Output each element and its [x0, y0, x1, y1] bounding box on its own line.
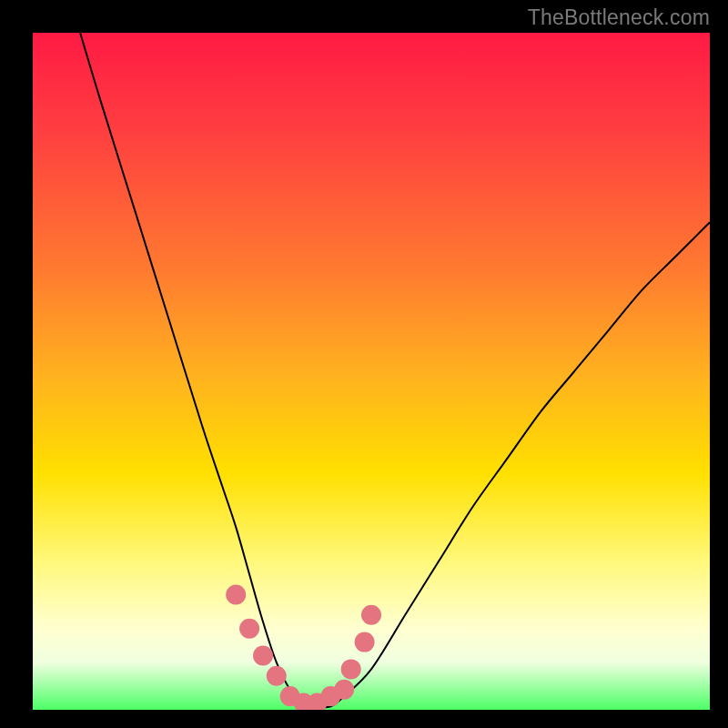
highlight-dots: [226, 585, 381, 711]
highlight-dot: [334, 680, 354, 700]
highlight-dot: [341, 659, 361, 679]
highlight-dot: [267, 666, 287, 686]
highlight-dot: [355, 632, 375, 652]
highlight-dot: [253, 646, 273, 666]
bottleneck-curve: [80, 33, 710, 707]
chart-svg: [33, 33, 710, 710]
highlight-dot: [239, 619, 259, 639]
chart-plot-area: [33, 33, 710, 710]
curve-group: [80, 33, 710, 707]
highlight-dot: [361, 605, 381, 625]
watermark-text: TheBottleneck.com: [528, 5, 710, 30]
outer-frame: TheBottleneck.com: [0, 0, 728, 728]
highlight-dot: [226, 585, 246, 605]
